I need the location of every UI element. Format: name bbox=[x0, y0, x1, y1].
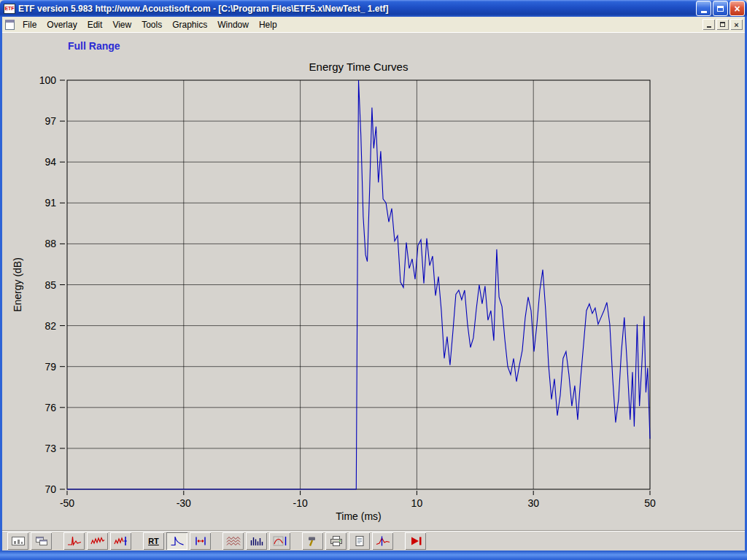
y-axis-title: Energy (dB) bbox=[12, 257, 23, 312]
toolbar-button-energy-time-curve[interactable] bbox=[166, 532, 187, 550]
x-tick-label: 10 bbox=[411, 497, 423, 509]
title-bar: ETF ETF version 5.983 http://www.Acousti… bbox=[0, 0, 747, 17]
y-tick-label: 73 bbox=[44, 443, 56, 454]
document-icon bbox=[352, 535, 367, 547]
y-tick-label: 82 bbox=[44, 320, 56, 332]
cascade-icon bbox=[34, 535, 49, 547]
window-bottom-border bbox=[0, 551, 747, 560]
toolbar-button-waterfall[interactable] bbox=[222, 532, 244, 550]
menu-edit[interactable]: Edit bbox=[82, 18, 108, 32]
menu-bar: FileOverlayEditViewToolsGraphicsWindowHe… bbox=[2, 17, 745, 33]
hammer-icon bbox=[306, 535, 320, 547]
play-icon bbox=[409, 535, 423, 547]
minimize-icon bbox=[701, 11, 707, 13]
cursorplot-icon bbox=[376, 535, 390, 547]
y-tick-label: 76 bbox=[44, 402, 56, 413]
gridcurve-icon bbox=[273, 535, 287, 547]
toolbar-button-notes[interactable] bbox=[349, 532, 370, 550]
toolbar-button-frequency-response[interactable] bbox=[87, 532, 108, 550]
toolbar-button-cascade-windows[interactable] bbox=[31, 532, 52, 550]
view-range-label: Full Range bbox=[68, 40, 120, 52]
toolbar-button-impulse-response[interactable] bbox=[63, 532, 85, 550]
menu-help[interactable]: Help bbox=[254, 18, 282, 32]
mdi-minimize-button[interactable] bbox=[703, 19, 715, 30]
mdi-restore-button[interactable] bbox=[716, 19, 729, 30]
y-tick-label: 100 bbox=[39, 74, 57, 86]
menu-items: FileOverlayEditViewToolsGraphicsWindowHe… bbox=[18, 18, 282, 32]
window-title: ETF version 5.983 http://www.Acoustisoft… bbox=[18, 4, 388, 14]
toolbar-button-label: RT bbox=[148, 537, 159, 545]
toolbar-button-gated-window[interactable] bbox=[190, 532, 211, 550]
impulse-icon bbox=[67, 535, 82, 547]
y-tick-label: 70 bbox=[44, 483, 56, 495]
menu-window[interactable]: Window bbox=[212, 18, 254, 32]
x-tick-label: -30 bbox=[177, 497, 191, 509]
menu-view[interactable]: View bbox=[107, 18, 136, 32]
menu-file[interactable]: File bbox=[18, 18, 42, 32]
x-tick-label: 50 bbox=[644, 497, 656, 509]
maximize-button[interactable] bbox=[713, 1, 728, 16]
mdi-close-button[interactable]: × bbox=[730, 19, 743, 30]
toolbar-button-spectrogram[interactable] bbox=[246, 532, 267, 550]
gate-icon bbox=[193, 535, 208, 547]
freq-icon bbox=[90, 535, 105, 547]
x-tick-label: 30 bbox=[527, 497, 539, 509]
close-button[interactable]: × bbox=[729, 1, 745, 16]
menu-overlay[interactable]: Overlay bbox=[42, 18, 82, 32]
meter-icon bbox=[11, 535, 26, 547]
chart-title: Energy Time Curves bbox=[309, 61, 409, 73]
maximize-icon bbox=[717, 6, 724, 12]
printer-icon bbox=[329, 535, 344, 547]
window-left-border bbox=[0, 17, 2, 551]
toolbar-button-time-record[interactable] bbox=[7, 532, 28, 550]
y-tick-label: 88 bbox=[44, 238, 56, 249]
minimize-button[interactable] bbox=[696, 1, 711, 16]
waterfall-icon bbox=[226, 535, 241, 547]
etc-chart: 70737679828588919497100-50-30-10103050En… bbox=[2, 33, 745, 530]
mdi-controls: × bbox=[703, 19, 743, 30]
toolbar: RT bbox=[2, 530, 745, 551]
y-tick-label: 94 bbox=[44, 156, 56, 168]
mdi-restore-icon bbox=[720, 22, 725, 27]
toolbar-button-reverb-time[interactable]: RT bbox=[143, 532, 164, 550]
caption-buttons: × bbox=[696, 1, 745, 16]
toolbar-button-print[interactable] bbox=[325, 532, 347, 550]
menu-tools[interactable]: Tools bbox=[136, 18, 167, 32]
etf-document-icon bbox=[5, 20, 15, 30]
freqphase-icon bbox=[114, 535, 128, 547]
etf-app-icon: ETF bbox=[4, 4, 15, 14]
mdi-minimize-icon bbox=[707, 26, 711, 28]
toolbar-button-run-measurement[interactable] bbox=[405, 532, 426, 550]
menu-graphics[interactable]: Graphics bbox=[167, 18, 212, 32]
toolbar-button-cursor-plot[interactable] bbox=[372, 532, 393, 550]
y-tick-label: 97 bbox=[44, 115, 56, 127]
x-tick-label: -10 bbox=[293, 497, 307, 509]
client-area: Full Range 70737679828588919497100-50-30… bbox=[2, 33, 745, 530]
toolbar-buttons: RT bbox=[7, 532, 428, 550]
toolbar-button-grid-plot[interactable] bbox=[269, 532, 290, 550]
toolbar-button-tools[interactable] bbox=[302, 532, 323, 550]
x-axis-title: Time (ms) bbox=[336, 510, 381, 522]
toolbar-button-phase-response[interactable] bbox=[110, 532, 131, 550]
x-tick-label: -50 bbox=[60, 497, 74, 509]
y-tick-label: 91 bbox=[44, 197, 56, 209]
spectro-icon bbox=[249, 535, 264, 547]
etc-icon bbox=[170, 535, 185, 547]
y-tick-label: 79 bbox=[44, 361, 56, 373]
y-tick-label: 85 bbox=[44, 279, 56, 291]
